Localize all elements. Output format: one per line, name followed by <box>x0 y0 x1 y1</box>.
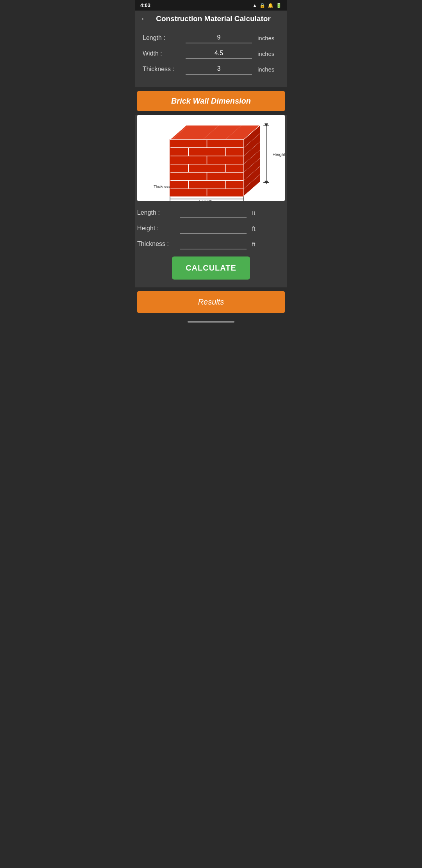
calculate-button[interactable]: CALCULATE <box>172 256 250 280</box>
width-row: Width : inches <box>143 48 279 59</box>
wall-height-row: Height : ft <box>137 223 285 234</box>
lock-icon: 🔒 <box>259 3 265 8</box>
length-unit: inches <box>257 35 277 41</box>
svg-rect-11 <box>170 164 244 172</box>
wall-length-input[interactable] <box>180 207 247 218</box>
page-title: Construction Material Calculator <box>154 14 282 23</box>
brick-length-input[interactable] <box>186 32 252 43</box>
length-label: Length : <box>143 34 186 41</box>
svg-text:Thickness: Thickness <box>154 184 170 188</box>
brick-thickness-input[interactable] <box>186 64 252 75</box>
wall-length-unit: ft <box>252 210 272 216</box>
wall-thickness-input[interactable] <box>180 239 247 249</box>
wall-length-row: Length : ft <box>137 207 285 218</box>
back-button[interactable]: ← <box>140 14 149 23</box>
brick-wall-section: Height Length Thickness <box>135 115 287 287</box>
notification-icon: 🔔 <box>268 3 274 8</box>
bottom-pill <box>188 321 234 323</box>
svg-rect-18 <box>170 181 244 189</box>
brick-size-section: Length : inches Width : inches Thickness… <box>135 27 287 87</box>
nav-bar: ← Construction Material Calculator <box>135 11 287 27</box>
wall-thickness-row: Thickness : ft <box>137 239 285 249</box>
svg-text:Height: Height <box>272 152 285 157</box>
thickness-label: Thickness : <box>143 66 186 73</box>
width-unit: inches <box>257 50 277 57</box>
wall-height-unit: ft <box>252 225 272 232</box>
wall-height-input[interactable] <box>180 223 247 234</box>
brick-wall-header: Brick Wall Dimension <box>137 91 285 111</box>
width-label: Width : <box>143 50 186 57</box>
wall-thickness-unit: ft <box>252 241 272 247</box>
brick-width-input[interactable] <box>186 48 252 59</box>
svg-text:Length: Length <box>199 199 213 201</box>
status-time: 4:03 <box>140 2 150 8</box>
wall-thickness-label: Thickness : <box>137 240 180 247</box>
thickness-unit: inches <box>257 66 277 73</box>
bottom-bar <box>135 317 287 328</box>
results-banner[interactable]: Results <box>137 291 285 313</box>
status-bar: 4:03 ▲ 🔒 🔔 🔋 <box>135 0 287 11</box>
svg-rect-4 <box>170 148 244 156</box>
battery-icon: 🔋 <box>276 3 282 8</box>
length-row: Length : inches <box>143 32 279 43</box>
thickness-row: Thickness : inches <box>143 64 279 75</box>
status-icons: ▲ 🔒 🔔 🔋 <box>252 3 282 8</box>
wall-length-label: Length : <box>137 209 180 216</box>
brick-wall-image: Height Length Thickness <box>137 115 285 201</box>
signal-icon: ▲ <box>252 3 257 8</box>
wall-height-label: Height : <box>137 225 180 232</box>
